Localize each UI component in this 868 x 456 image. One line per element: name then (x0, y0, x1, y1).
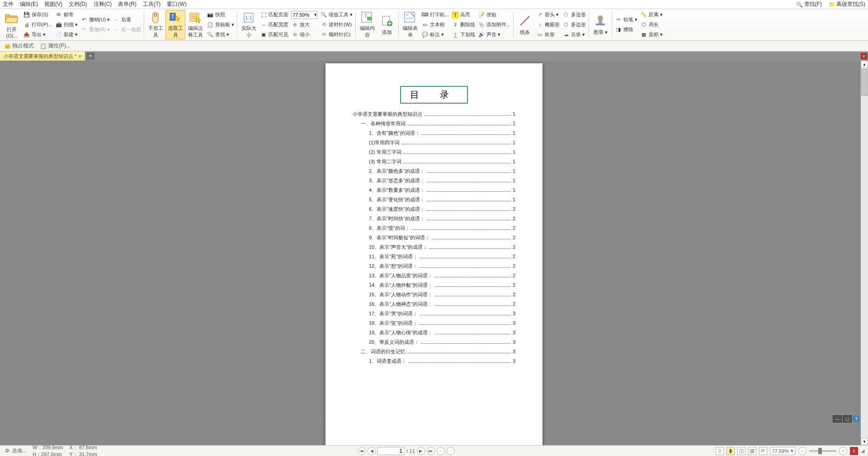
document-tab[interactable]: 小学语文需要掌握的典型知识点 * × (0, 52, 85, 61)
edit-content-button[interactable]: T 编辑内容 (357, 10, 377, 39)
toc-entry[interactable]: 20、带反义词的成语：3 (353, 339, 515, 346)
cloud-button[interactable]: ☁云状 ▾ (561, 30, 587, 39)
find-button[interactable]: 🔍查找 ▾ (205, 30, 236, 39)
toc-entry[interactable]: 二、词语的衍生记忆3 (353, 348, 515, 355)
stamp-button[interactable]: 图章 ▾ (590, 10, 610, 39)
toc-entry[interactable]: 13、表示"人物品质"的词语：2 (353, 272, 515, 279)
distance-button[interactable]: 📏距离 ▾ (639, 10, 664, 19)
attach-button[interactable]: 📎添加附件... (476, 20, 512, 29)
toc-entry[interactable]: 14、表示"人物外貌"的词语：2 (353, 282, 515, 289)
toc-entry[interactable]: 9、表示"时间极短"的词语：2 (353, 234, 515, 241)
menu-comments[interactable]: 注释(C) (94, 0, 112, 8)
menu-edit[interactable]: 编辑(E) (20, 0, 38, 8)
toc-entry[interactable]: 10、表示"声音大"的成语：2 (353, 244, 515, 251)
zoom-in-button[interactable]: ⊕放大 (290, 20, 319, 29)
zoom-input[interactable] (292, 12, 314, 18)
rect-button[interactable]: ▭矩形 (535, 30, 561, 39)
toc-entry[interactable]: 17、表示"哭"的词语：3 (353, 310, 515, 317)
ellipse-button[interactable]: ○椭圆形 (535, 20, 561, 29)
polygon-button[interactable]: ⬠多边形 (561, 10, 587, 19)
callout-button[interactable]: 💬标注 ▾ (420, 30, 450, 39)
menu-find[interactable]: 🔍查找(F) (796, 0, 822, 8)
zoom-combo[interactable]: ▾ (290, 10, 319, 19)
fit-visible-button[interactable]: ▣匹配可见 (259, 30, 290, 39)
nav-forward-button[interactable]: → (447, 447, 455, 455)
perimeter-button[interactable]: ⬡周长 (639, 20, 664, 29)
fit-page-button[interactable]: ⛶匹配页面 (259, 10, 290, 19)
scan-button[interactable]: 📠扫描 ▾ (54, 20, 79, 29)
typewriter-button[interactable]: ⌨打字机... (420, 10, 450, 19)
sound-button[interactable]: 🔊声音 ▾ (476, 30, 512, 39)
hand-tool-button[interactable]: 手形工具 (146, 10, 165, 39)
redo-button[interactable]: ↷重做(R) ▾ (79, 25, 111, 34)
fit-width-button[interactable]: ↔匹配宽度 (259, 20, 290, 29)
undo-button[interactable]: ↶撤销(U) ▾ (79, 15, 111, 24)
print-button[interactable]: 🖨打印(P)... (22, 20, 54, 29)
open-button[interactable]: 打开(O)... (2, 10, 22, 39)
mail-button[interactable]: ✉邮寄 (54, 10, 79, 19)
rotate-ccw-button[interactable]: ⟲逆时针(W) (319, 20, 354, 29)
toc-entry[interactable]: 3、表示"形态多"的成语：1 (353, 177, 515, 184)
toc-entry[interactable]: 16、表示"人物神态"的词语：2 (353, 301, 515, 308)
toc-entry[interactable]: (3) 常用二字词1 (353, 158, 515, 165)
toc-entry[interactable]: 小学语文需要掌握的典型知识点1 (353, 111, 515, 118)
view-single-button[interactable]: ▯ (716, 447, 724, 455)
menu-advanced-find[interactable]: 📁高级查找(S) (828, 0, 865, 8)
line-button[interactable]: 线条 (515, 10, 535, 39)
highlight-button[interactable]: T高亮 (450, 10, 476, 19)
vertical-scrollbar[interactable]: ▲ ▼ (861, 61, 868, 445)
strikeout-button[interactable]: T删除线 (450, 20, 476, 29)
save-button[interactable]: 💾保存(S) (22, 10, 54, 19)
next-page-button[interactable]: ▶ (417, 447, 425, 455)
last-page-button[interactable]: ⏭ (427, 447, 435, 455)
toc-entry[interactable]: 18、表示"笑"的词语：3 (353, 320, 515, 327)
properties-button[interactable]: 📋属性(P)... (39, 42, 71, 50)
view-continuous-button[interactable]: ▮ (726, 447, 735, 455)
polygon2-button[interactable]: ⬡多边形 (561, 20, 587, 29)
toc-entry[interactable]: 19、表示"人物心情"的成语：3 (353, 329, 515, 336)
first-page-button[interactable]: ⏮ (358, 447, 366, 455)
note-button[interactable]: 📝便贴 (476, 10, 512, 19)
zoom-tool-button[interactable]: 🔍缩放工具 ▾ (319, 10, 354, 19)
scroll-down-button[interactable]: ▼ (861, 438, 868, 445)
float-window-button[interactable]: ◻ (843, 415, 852, 423)
menu-forms[interactable]: 表单(R) (118, 0, 137, 8)
menu-tools[interactable]: 工具(T) (143, 0, 160, 8)
snapshot-button[interactable]: 📷快照 (205, 10, 236, 19)
zoom-status-combo[interactable]: 77.59%▾ (770, 447, 796, 455)
scroll-thumb[interactable] (861, 69, 868, 96)
toc-entry[interactable]: 7、表示"时间快"的成语：2 (353, 215, 515, 222)
toc-entry[interactable]: 12、表示"想"的词语：2 (353, 263, 515, 270)
toc-entry[interactable]: 1、词语变成语：3 (353, 358, 515, 365)
export-button[interactable]: 📤导出 ▾ (22, 30, 54, 39)
edit-form-button[interactable]: 编辑表单 (400, 10, 420, 39)
underline-button[interactable]: T下划线 (450, 30, 476, 39)
exclusive-mode-button[interactable]: 👑独占模式 (4, 42, 34, 50)
new-button[interactable]: 📄新建 ▾ (54, 30, 79, 39)
tabbar-close-button[interactable]: × (861, 53, 867, 59)
document-page[interactable]: 目 录 小学语文需要掌握的典型知识点1一、各种情形常用词11、含有"颜色"的词语… (326, 63, 542, 445)
page-input[interactable] (377, 447, 405, 455)
zoom-slider[interactable] (809, 450, 836, 452)
menu-document[interactable]: 文档(D) (69, 0, 87, 8)
nav-back-button[interactable]: ← (437, 447, 445, 455)
view-rotate-button[interactable]: ⟳ (759, 447, 767, 455)
edit-comment-tool-button[interactable]: 编辑注释工具 (185, 10, 205, 39)
toc-entry[interactable]: (1)常用四字词1 (353, 139, 515, 146)
pdf-indicator[interactable]: λ (850, 447, 858, 455)
toc-entry[interactable]: 4、表示"数量多"的成语：1 (353, 187, 515, 194)
toc-entry[interactable]: 5、表示"变化快"的成语：1 (353, 196, 515, 203)
add-button[interactable]: 添加 (377, 10, 397, 39)
back-button[interactable]: ←后退 (111, 15, 142, 24)
pencil-button[interactable]: ✏铅笔 ▾ (613, 15, 639, 24)
toc-entry[interactable]: 一、各种情形常用词1 (353, 120, 515, 127)
zoom-out-status-button[interactable]: − (798, 447, 807, 455)
float-help-button[interactable]: ? (853, 415, 860, 423)
toc-entry[interactable]: (2) 常用三字词1 (353, 149, 515, 156)
toc-entry[interactable]: 11、表示"死"的词语：2 (353, 253, 515, 260)
actual-size-button[interactable]: 1:1 实际大小 (239, 10, 259, 39)
prev-page-button[interactable]: ◀ (368, 447, 376, 455)
toc-entry[interactable]: 2、表示"颜色多"的成语：1 (353, 168, 515, 175)
toc-entry[interactable]: 8、表示"慢"的词：2 (353, 225, 515, 232)
float-minimize-button[interactable]: — (833, 415, 842, 423)
